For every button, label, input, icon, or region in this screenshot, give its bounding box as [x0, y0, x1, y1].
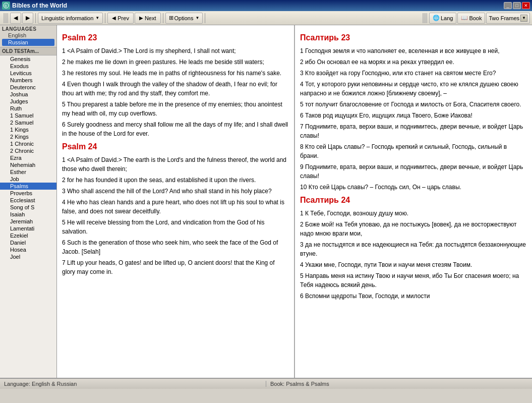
verse-ru: 8 Кто сей Царь славы? – Господь крепкий … — [300, 142, 527, 160]
language-item-english[interactable]: English — [2, 32, 54, 39]
toolbar-grip-2 — [422, 13, 427, 23]
options-arrow: ▼ — [195, 16, 199, 20]
book-item-ezra[interactable]: Ezra — [0, 154, 56, 161]
toolbar-separator-2 — [105, 13, 105, 23]
verse-en: 4 Even though I walk through the valley … — [62, 80, 289, 98]
verse-en: 5 Thou preparest a table before me in th… — [62, 100, 289, 118]
book-item-ruth[interactable]: Ruth — [0, 105, 56, 112]
linguistic-info-label: Linguistic information — [41, 15, 93, 21]
status-bar: Language: English & Russian Book: Psalms… — [0, 378, 532, 389]
book-list: GenesisExodusLeviticusNumbersDeuteroncJo… — [0, 55, 56, 260]
verse-ru: 2 ибо Он основал ее на морях и на реках … — [300, 57, 527, 67]
book-item-songofsongs[interactable]: Song of S — [0, 204, 56, 211]
toolbar-main: ◀ ▶ Linguistic information ▼ ◀ Prev ▶ Ne… — [0, 11, 532, 25]
verse-ru: 3 да не постыдятся и все надеющиеся на Т… — [300, 240, 527, 258]
book-item-1samuel[interactable]: 1 Samuel — [0, 112, 56, 119]
verse-en: 7 Lift up your heads, O gates! and be li… — [62, 258, 289, 276]
book-item-2kings[interactable]: 2 Kings — [0, 133, 56, 140]
lang-button[interactable]: 🌐 Lang — [429, 13, 456, 24]
verse-ru: 9 Поднимите, врата, верхи ваши, и подним… — [300, 162, 527, 181]
verse-ru: 5 Направь меня на истину Твою и научи ме… — [300, 271, 527, 290]
right-content-pane[interactable]: Псалтирь 23 1 Господня земля и что напол… — [295, 25, 532, 378]
book-item-ecclesiastes[interactable]: Ecclesiast — [0, 197, 56, 204]
toolbar-separator-4 — [205, 13, 205, 23]
back-button[interactable]: ◀ — [10, 13, 21, 24]
book-item-genesis[interactable]: Genesis — [0, 55, 56, 63]
window-title: Bibles of the World — [12, 2, 504, 9]
book-item-1kings[interactable]: 1 Kings — [0, 126, 56, 133]
verse-ru: 10 Кто сей Царь славы? – Господь сил, Он… — [300, 183, 527, 192]
forward-icon: ▶ — [26, 15, 30, 21]
two-frames-label: Two Frames — [489, 15, 519, 21]
toolbar-separator-1 — [35, 13, 36, 23]
book-item-2samuel[interactable]: 2 Samuel — [0, 119, 56, 126]
left-content-pane[interactable]: Psalm 23 1 <A Psalm of David.> The Lord … — [57, 25, 295, 378]
content-area: Psalm 23 1 <A Psalm of David.> The Lord … — [57, 25, 532, 378]
book-icon: 📖 — [461, 15, 468, 21]
verse-ru: 1 К Тебе, Господи, возношу душу мою. — [300, 209, 527, 218]
psalm-title-ru: Псалтирь 23 — [300, 33, 527, 42]
verse-ru: 1 Господня земля и что наполняет ее, все… — [300, 46, 527, 55]
verse-en: 3 Who shall ascend the hill of the Lord?… — [62, 187, 289, 196]
book-item-joshua[interactable]: Joshua — [0, 91, 56, 98]
book-item-ezekiel[interactable]: Ezekiel — [0, 232, 56, 239]
book-item-job[interactable]: Job — [0, 176, 56, 183]
verse-ru: 4 Тот, у которого руки неповинны и сердц… — [300, 80, 527, 98]
book-item-2chronic[interactable]: 2 Chronic — [0, 147, 56, 154]
verse-en: 2 he makes me lie down in green pastures… — [62, 57, 289, 67]
book-item-proverbs[interactable]: Proverbs — [0, 190, 56, 197]
book-item-lamentations[interactable]: Lamentati — [0, 225, 56, 232]
psalm-title-en: Psalm 24 — [62, 142, 289, 151]
next-arrow-icon: ▶ — [139, 15, 143, 21]
book-item-exodus[interactable]: Exodus — [0, 63, 56, 70]
book-item-psalms[interactable]: Psalms — [0, 183, 56, 190]
verse-ru: 4 Укажи мне, Господи, пути Твои и научи … — [300, 260, 527, 269]
book-item-judges[interactable]: Judges — [0, 98, 56, 105]
language-item-russian[interactable]: Russian — [2, 39, 54, 46]
next-label: Next — [145, 15, 156, 21]
book-item-joel[interactable]: Joel — [0, 253, 56, 260]
minimize-button[interactable]: _ — [504, 2, 512, 9]
book-item-hosea[interactable]: Hosea — [0, 246, 56, 253]
verse-ru: 7 Поднимите, врата, верхи ваши, и подним… — [300, 122, 527, 140]
book-item-deuteronomy[interactable]: Deuteronc — [0, 84, 56, 91]
book-item-jeremiah[interactable]: Jeremiah — [0, 218, 56, 225]
options-button[interactable]: ⊞ Options ▼ — [165, 13, 203, 24]
two-frames-dropdown-arrow[interactable]: ▼ — [520, 15, 527, 22]
status-book: Book: Psalms & Psalms — [266, 381, 532, 387]
verse-ru: 2 Боже мой! на Тебя уповаю, да не постыж… — [300, 220, 527, 238]
verse-en: 3 he restores my soul. He leads me in pa… — [62, 69, 289, 78]
maximize-button[interactable]: □ — [513, 2, 521, 9]
verse-en: 6 Surely goodness and mercy shall follow… — [62, 120, 289, 138]
verse-en: 6 Such is the generation of those who se… — [62, 238, 289, 256]
verse-en: 5 He will receive blessing from the Lord… — [62, 218, 289, 236]
book-item-numbers[interactable]: Numbers — [0, 77, 56, 84]
book-item-leviticus[interactable]: Leviticus — [0, 70, 56, 77]
right-content: Псалтирь 23 1 Господня земля и что напол… — [300, 33, 527, 301]
verse-ru: 6 Таков род ищущих Его, ищущих лица Твое… — [300, 111, 527, 120]
book-item-esther[interactable]: Esther — [0, 168, 56, 176]
book-button[interactable]: 📖 Book — [457, 13, 485, 24]
prev-button[interactable]: ◀ Prev — [107, 13, 134, 24]
toolbar-separator-3 — [163, 13, 163, 23]
toolbar-grip — [3, 13, 8, 23]
close-button[interactable]: ✕ — [522, 2, 530, 9]
verse-en: 2 for he has founded it upon the seas, a… — [62, 176, 289, 185]
verse-en: 4 He who has clean hands and a pure hear… — [62, 198, 289, 216]
lang-book-controls: 🌐 Lang 📖 Book Two Frames ▼ — [429, 13, 530, 24]
book-item-nehemiah[interactable]: Nehemiah — [0, 161, 56, 168]
status-language: Language: English & Russian — [0, 381, 266, 387]
verse-ru: 5 тот получит благословение от Господа и… — [300, 100, 527, 109]
linguistic-info-button[interactable]: Linguistic information ▼ — [38, 13, 103, 24]
psalm-title-en: Psalm 23 — [62, 33, 289, 42]
left-content: Psalm 23 1 <A Psalm of David.> The Lord … — [62, 33, 289, 276]
prev-label: Prev — [117, 15, 129, 21]
books-section[interactable]: OLD TESTAm... GenesisExodusLeviticusNumb… — [0, 47, 56, 378]
book-item-daniel[interactable]: Daniel — [0, 239, 56, 246]
app-icon: B — [2, 2, 10, 10]
forward-button[interactable]: ▶ — [22, 13, 33, 24]
next-button[interactable]: ▶ Next — [135, 13, 161, 24]
book-item-1chronic[interactable]: 1 Chronic — [0, 140, 56, 147]
book-item-isaiah[interactable]: Isaiah — [0, 211, 56, 218]
verse-ru: 6 Вспомни щедроты Твои, Господи, и милос… — [300, 292, 527, 301]
